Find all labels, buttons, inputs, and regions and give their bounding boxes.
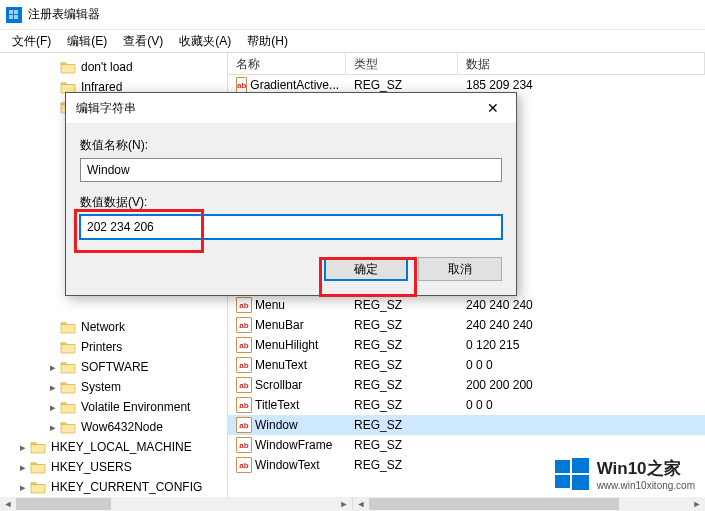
string-value-icon: ab (236, 397, 252, 413)
tree-item[interactable]: ▸HKEY_LOCAL_MACHINE (0, 437, 227, 457)
value-data: 0 120 215 (458, 338, 705, 352)
folder-icon (60, 60, 76, 74)
window-title: 注册表编辑器 (28, 6, 100, 23)
svg-rect-6 (572, 458, 589, 473)
list-columns: 名称 类型 数据 (228, 53, 705, 75)
string-value-icon: ab (236, 317, 252, 333)
value-name: WindowText (255, 458, 320, 472)
svg-rect-2 (14, 10, 18, 14)
value-type: REG_SZ (346, 78, 458, 92)
dialog-title: 编辑字符串 (76, 100, 136, 117)
expand-toggle-icon[interactable]: ▸ (16, 441, 30, 454)
string-value-icon: ab (236, 457, 252, 473)
scroll-right-icon[interactable]: ► (689, 499, 705, 509)
tree-item[interactable]: ▸HKEY_CURRENT_CONFIG (0, 477, 227, 497)
list-row[interactable]: abMenuHilightREG_SZ0 120 215 (228, 335, 705, 355)
expand-toggle-icon[interactable]: ▸ (46, 421, 60, 434)
tree-label: Wow6432Node (79, 419, 165, 435)
expand-toggle-icon[interactable]: ▸ (16, 481, 30, 494)
list-row[interactable]: abMenuBarREG_SZ240 240 240 (228, 315, 705, 335)
scroll-right-icon[interactable]: ► (336, 499, 352, 509)
tree-item[interactable]: ▸SOFTWARE (0, 357, 227, 377)
value-data-input[interactable] (80, 215, 502, 239)
watermark-suffix: 之家 (647, 459, 681, 478)
value-name: Window (255, 418, 298, 432)
string-value-icon: ab (236, 337, 252, 353)
value-type: REG_SZ (346, 418, 458, 432)
expand-toggle-icon[interactable]: ▸ (16, 461, 30, 474)
menu-edit[interactable]: 编辑(E) (59, 31, 115, 52)
string-value-icon: ab (236, 77, 247, 93)
svg-rect-5 (555, 460, 570, 473)
value-data: 185 209 234 (458, 78, 705, 92)
string-value-icon: ab (236, 357, 252, 373)
menu-favorites[interactable]: 收藏夹(A) (171, 31, 239, 52)
tree-label: Printers (79, 339, 124, 355)
tree-label: HKEY_LOCAL_MACHINE (49, 439, 194, 455)
regedit-icon (6, 7, 22, 23)
column-data[interactable]: 数据 (458, 53, 705, 74)
value-data: 0 0 0 (458, 358, 705, 372)
tree-label: don't load (79, 59, 135, 75)
windows-logo-icon (555, 457, 589, 491)
string-value-icon: ab (236, 417, 252, 433)
menu-file[interactable]: 文件(F) (4, 31, 59, 52)
folder-icon (60, 340, 76, 354)
svg-rect-7 (555, 475, 570, 488)
column-type[interactable]: 类型 (346, 53, 458, 74)
tree-item[interactable]: ·Printers (0, 337, 227, 357)
watermark: Win10之家 www.win10xitong.com (555, 457, 695, 491)
tree-item[interactable]: ·Network (0, 317, 227, 337)
watermark-brand: Win10 (597, 459, 647, 478)
value-type: REG_SZ (346, 438, 458, 452)
value-data: 240 240 240 (458, 298, 705, 312)
string-value-icon: ab (236, 437, 252, 453)
list-row[interactable]: abTitleTextREG_SZ0 0 0 (228, 395, 705, 415)
list-row[interactable]: abMenuTextREG_SZ0 0 0 (228, 355, 705, 375)
value-type: REG_SZ (346, 338, 458, 352)
svg-rect-8 (572, 475, 589, 490)
window-titlebar: 注册表编辑器 (0, 0, 705, 30)
expand-toggle-icon[interactable]: ▸ (46, 361, 60, 374)
list-row[interactable]: abMenuREG_SZ240 240 240 (228, 295, 705, 315)
ok-button[interactable]: 确定 (324, 257, 408, 281)
value-name: GradientActive... (250, 78, 339, 92)
folder-icon (30, 460, 46, 474)
tree-item[interactable]: ▸Volatile Environment (0, 397, 227, 417)
scroll-thumb[interactable] (16, 498, 111, 510)
folder-icon (60, 380, 76, 394)
menu-view[interactable]: 查看(V) (115, 31, 171, 52)
svg-rect-3 (9, 15, 13, 19)
list-row[interactable]: abWindowREG_SZ (228, 415, 705, 435)
expand-toggle-icon[interactable]: ▸ (46, 381, 60, 394)
value-type: REG_SZ (346, 318, 458, 332)
menubar: 文件(F) 编辑(E) 查看(V) 收藏夹(A) 帮助(H) (0, 30, 705, 52)
value-name-input[interactable] (80, 158, 502, 182)
list-row[interactable]: abScrollbarREG_SZ200 200 200 (228, 375, 705, 395)
value-data-label: 数值数据(V): (80, 194, 502, 211)
scroll-left-icon[interactable]: ◄ (353, 499, 369, 509)
tree-item[interactable]: ▸HKEY_USERS (0, 457, 227, 477)
folder-icon (30, 480, 46, 494)
cancel-button[interactable]: 取消 (418, 257, 502, 281)
expand-toggle-icon[interactable]: ▸ (46, 401, 60, 414)
tree-label: HKEY_USERS (49, 459, 134, 475)
scroll-thumb[interactable] (369, 498, 619, 510)
folder-icon (60, 420, 76, 434)
value-type: REG_SZ (346, 398, 458, 412)
folder-icon (60, 400, 76, 414)
value-type: REG_SZ (346, 458, 458, 472)
close-icon[interactable]: ✕ (478, 100, 508, 116)
column-name[interactable]: 名称 (228, 53, 346, 74)
tree-item[interactable]: ·don't load (0, 57, 227, 77)
folder-icon (60, 360, 76, 374)
tree-item[interactable]: ▸System (0, 377, 227, 397)
string-value-icon: ab (236, 297, 252, 313)
menu-help[interactable]: 帮助(H) (239, 31, 296, 52)
scroll-left-icon[interactable]: ◄ (0, 499, 16, 509)
list-row[interactable]: abWindowFrameREG_SZ (228, 435, 705, 455)
tree-label: System (79, 379, 123, 395)
tree-label: Volatile Environment (79, 399, 192, 415)
tree-item[interactable]: ▸Wow6432Node (0, 417, 227, 437)
value-type: REG_SZ (346, 378, 458, 392)
